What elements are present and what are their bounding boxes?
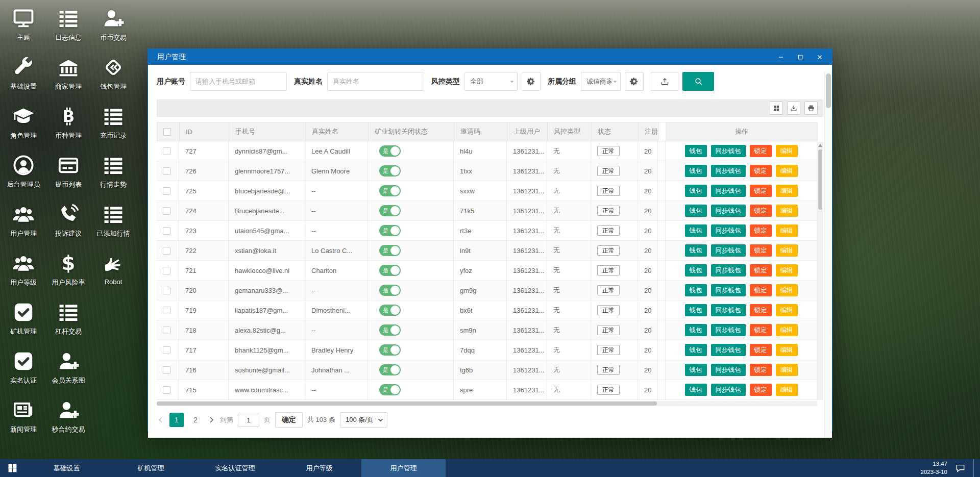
row-checkbox[interactable] [163, 147, 170, 155]
mining-transfer-toggle[interactable]: 是 [379, 344, 401, 356]
page-button-2[interactable]: 2 [188, 413, 203, 427]
edit-button[interactable]: 编辑 [776, 224, 798, 237]
taskbar-item-用户管理[interactable]: 用户管理 [361, 459, 446, 477]
desktop-icon-users[interactable]: 用户管理 [1, 199, 46, 248]
desktop-icon-user-plus[interactable]: 秒合约交易 [46, 395, 91, 444]
sync-wallet-button[interactable]: 同步钱包 [711, 384, 746, 396]
row-checkbox[interactable] [163, 267, 170, 274]
lock-button[interactable]: 锁定 [750, 284, 772, 296]
desktop-icon-user-plus[interactable]: 会员关系图 [46, 346, 91, 395]
desktop-icon-list[interactable]: 已添加行情 [91, 199, 136, 248]
desktop-icon-list[interactable]: 行情走势 [91, 150, 136, 199]
edit-button[interactable]: 编辑 [776, 165, 798, 177]
desktop-icon-wrench[interactable]: 基础设置 [1, 52, 46, 101]
lock-button[interactable]: 锁定 [750, 224, 772, 237]
lock-button[interactable]: 锁定 [750, 185, 772, 197]
select-all-checkbox[interactable] [163, 128, 171, 136]
mining-transfer-toggle[interactable]: 是 [379, 285, 401, 296]
risk-type-select[interactable]: 全部 [464, 72, 518, 91]
prev-page-icon[interactable] [157, 416, 165, 424]
wallet-button[interactable]: 钱包 [685, 244, 707, 257]
export-button[interactable] [787, 102, 800, 115]
sync-wallet-button[interactable]: 同步钱包 [711, 264, 746, 277]
desktop-icon-newspaper[interactable]: 新闻管理 [1, 395, 46, 444]
mining-transfer-toggle[interactable]: 是 [379, 324, 401, 336]
import-button[interactable] [651, 72, 678, 91]
horizontal-scrollbar-thumb[interactable] [157, 401, 657, 406]
taskbar-item-矿机管理[interactable]: 矿机管理 [109, 459, 193, 477]
desktop-icon-user-circle[interactable]: 后台管理员 [1, 150, 46, 199]
edit-button[interactable]: 编辑 [776, 185, 798, 197]
window-scrollbar-thumb[interactable] [826, 73, 831, 108]
edit-button[interactable]: 编辑 [776, 284, 798, 296]
window-scrollbar[interactable] [824, 72, 832, 438]
start-button[interactable] [0, 459, 24, 477]
scroll-up-arrow-icon[interactable] [817, 142, 823, 148]
desktop-icon-wallet[interactable]: 钱包管理 [91, 52, 136, 101]
table-scrollbar[interactable] [817, 142, 823, 400]
sync-wallet-button[interactable]: 同步钱包 [711, 185, 746, 197]
mining-transfer-toggle[interactable]: 是 [379, 364, 401, 375]
risk-settings-button[interactable] [522, 72, 541, 91]
sync-wallet-button[interactable]: 同步钱包 [711, 165, 746, 177]
mining-transfer-toggle[interactable]: 是 [379, 225, 401, 236]
realname-input[interactable] [327, 72, 424, 91]
taskbar-item-用户等级[interactable]: 用户等级 [277, 459, 361, 477]
mining-transfer-toggle[interactable]: 是 [379, 165, 401, 177]
per-page-select[interactable]: 100 条/页 [340, 412, 387, 428]
sync-wallet-button[interactable]: 同步钱包 [711, 364, 746, 376]
desktop-icon-bitcoin[interactable]: B 币种管理 [46, 101, 91, 150]
row-checkbox[interactable] [163, 247, 170, 255]
sync-wallet-button[interactable]: 同步钱包 [711, 284, 746, 296]
wallet-button[interactable]: 钱包 [685, 284, 707, 296]
sync-wallet-button[interactable]: 同步钱包 [711, 304, 746, 316]
row-checkbox[interactable] [163, 307, 170, 314]
desktop-icon-users[interactable]: 用户等级 [1, 248, 46, 297]
desktop-icon-phone[interactable]: 投诉建议 [46, 199, 91, 248]
mining-transfer-toggle[interactable]: 是 [379, 185, 401, 196]
edit-button[interactable]: 编辑 [776, 324, 798, 336]
desktop-icon-check-square[interactable]: 实名认证 [1, 346, 46, 395]
mining-transfer-toggle[interactable]: 是 [379, 205, 401, 216]
desktop-icon-list[interactable]: 日志信息 [46, 3, 91, 52]
next-page-icon[interactable] [207, 416, 215, 424]
mining-transfer-toggle[interactable]: 是 [379, 384, 401, 395]
lock-button[interactable]: 锁定 [750, 304, 772, 316]
confirm-button[interactable]: 确定 [275, 412, 303, 428]
desktop-icon-list[interactable]: 杠杆交易 [46, 297, 91, 346]
lock-button[interactable]: 锁定 [750, 384, 772, 396]
edit-button[interactable]: 编辑 [776, 205, 798, 217]
row-checkbox[interactable] [163, 227, 170, 235]
row-checkbox[interactable] [163, 287, 170, 294]
mining-transfer-toggle[interactable]: 是 [379, 265, 401, 276]
edit-button[interactable]: 编辑 [776, 145, 798, 157]
desktop-icon-dollar[interactable]: $ 用户风险率 [46, 248, 91, 297]
sync-wallet-button[interactable]: 同步钱包 [711, 324, 746, 336]
lock-button[interactable]: 锁定 [750, 205, 772, 217]
mining-transfer-toggle[interactable]: 是 [379, 145, 401, 157]
taskbar-clock[interactable]: 13:47 2023-3-10 [921, 460, 947, 476]
desktop-icon-hand[interactable]: Robot [91, 248, 136, 297]
edit-button[interactable]: 编辑 [776, 364, 798, 376]
desktop-icon-bank[interactable]: 商家管理 [46, 52, 91, 101]
sync-wallet-button[interactable]: 同步钱包 [711, 224, 746, 237]
sync-wallet-button[interactable]: 同步钱包 [711, 205, 746, 217]
edit-button[interactable]: 编辑 [776, 344, 798, 356]
lock-button[interactable]: 锁定 [750, 264, 772, 277]
close-button[interactable] [813, 52, 827, 63]
group-settings-button[interactable] [625, 72, 644, 91]
goto-page-input[interactable] [238, 413, 259, 427]
filter-columns-button[interactable] [770, 102, 783, 115]
taskbar-item-基础设置[interactable]: 基础设置 [24, 459, 109, 477]
sync-wallet-button[interactable]: 同步钱包 [711, 244, 746, 257]
search-button[interactable] [682, 72, 714, 91]
row-checkbox[interactable] [163, 207, 170, 215]
mining-transfer-toggle[interactable]: 是 [379, 245, 401, 256]
wallet-button[interactable]: 钱包 [685, 384, 707, 396]
lock-button[interactable]: 锁定 [750, 364, 772, 376]
sync-wallet-button[interactable]: 同步钱包 [711, 344, 746, 356]
wallet-button[interactable]: 钱包 [685, 165, 707, 177]
wallet-button[interactable]: 钱包 [685, 205, 707, 217]
page-button-1[interactable]: 1 [169, 413, 184, 427]
row-checkbox[interactable] [163, 187, 170, 195]
